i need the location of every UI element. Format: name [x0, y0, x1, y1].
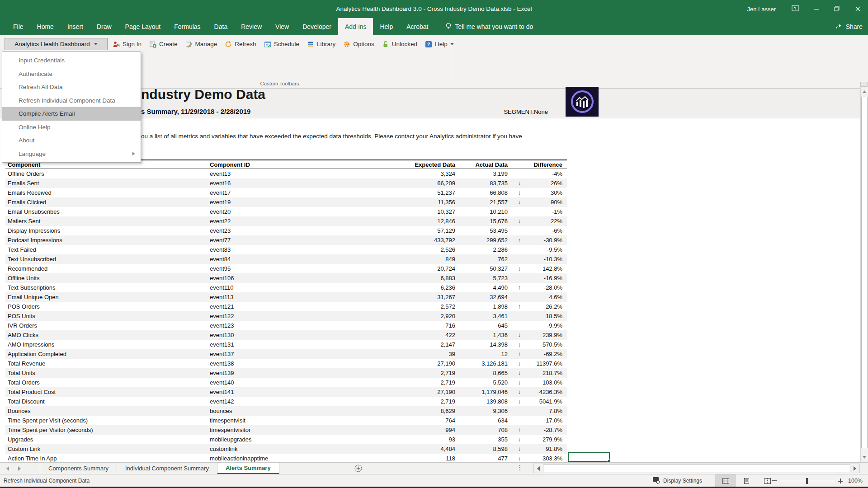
display-settings-button[interactable]: Display Settings	[652, 474, 702, 487]
scroll-down-icon[interactable]	[863, 456, 866, 459]
horizontal-scrollbar-thumb[interactable]	[543, 465, 850, 472]
cell-difference[interactable]: 7.8%	[529, 408, 567, 414]
cell-component[interactable]: Offline Units	[5, 275, 208, 282]
cell-expected-data[interactable]: 51,237	[336, 189, 458, 196]
cell-difference[interactable]: 26%	[529, 180, 567, 187]
cell-difference[interactable]: 279.9%	[529, 436, 567, 443]
cell-actual-data[interactable]: 14,398	[458, 341, 510, 348]
cell-actual-data[interactable]: 355	[458, 436, 510, 443]
cell-expected-data[interactable]: 3,324	[336, 170, 458, 177]
cell-actual-data[interactable]: 4,490	[458, 284, 510, 291]
cell-difference[interactable]: 5041.9%	[529, 398, 567, 405]
ribbon-display-options-button[interactable]	[785, 0, 806, 18]
cell-actual-data[interactable]: 10,210	[458, 208, 510, 215]
analytics-health-dashboard-dropdown[interactable]: Analytics Health Dashboard	[5, 38, 108, 50]
cell-expected-data[interactable]: 10,327	[336, 208, 458, 215]
cell-component[interactable]: Offline Orders	[5, 170, 208, 177]
cell-component-id[interactable]: event123	[208, 322, 336, 329]
vertical-scrollbar[interactable]	[860, 87, 868, 462]
new-sheet-button[interactable]	[354, 465, 362, 474]
cell-component-id[interactable]: customlink	[208, 446, 336, 452]
cell-expected-data[interactable]: 27,190	[336, 360, 458, 367]
cell-actual-data[interactable]: 8,665	[458, 370, 510, 376]
cell-actual-data[interactable]: 53,495	[458, 227, 510, 234]
cell-component[interactable]: POS Units	[5, 313, 208, 319]
cell-actual-data[interactable]: 477	[458, 455, 510, 462]
cell-expected-data[interactable]: 11,356	[336, 199, 458, 206]
cell-difference[interactable]: 239.9%	[529, 332, 567, 338]
cell-expected-data[interactable]: 8,629	[336, 408, 458, 414]
cell-expected-data[interactable]: 433,792	[336, 237, 458, 244]
cell-actual-data[interactable]: 634	[458, 417, 510, 424]
cell-actual-data[interactable]: 3,126,181	[458, 360, 510, 367]
cell-expected-data[interactable]: 31,267	[336, 294, 458, 300]
unlocked-button[interactable]: Unlocked	[382, 41, 417, 48]
cell-component[interactable]: Recommended	[5, 265, 208, 272]
tell-me-box[interactable]: Tell me what you want to do	[445, 18, 533, 35]
menu-item-about[interactable]: About	[2, 134, 141, 147]
cell-component-id[interactable]: event121	[208, 303, 336, 310]
cell-component[interactable]: Text Subscriptions	[5, 284, 208, 291]
cell-component-id[interactable]: event130	[208, 332, 336, 338]
cell-component[interactable]: Display Impressions	[5, 227, 208, 234]
menu-item-language[interactable]: Language	[2, 147, 141, 161]
cell-actual-data[interactable]: 3,199	[458, 170, 510, 177]
cell-component[interactable]: Podcast Impressions	[5, 237, 208, 244]
ribbon-tab-insert[interactable]: Insert	[61, 18, 90, 35]
cell-difference[interactable]: 90%	[529, 199, 567, 206]
share-button[interactable]: Share	[835, 18, 863, 35]
scroll-right-icon[interactable]	[850, 464, 859, 473]
cell-difference[interactable]: -30.9%	[529, 237, 567, 244]
cell-actual-data[interactable]: 708	[458, 427, 510, 433]
manage-button[interactable]: Manage	[185, 41, 217, 48]
cell-difference[interactable]: 18.5%	[529, 313, 567, 319]
cell-actual-data[interactable]: 50,327	[458, 265, 510, 272]
scroll-left-icon[interactable]	[534, 464, 543, 473]
cell-expected-data[interactable]: 994	[336, 427, 458, 433]
cell-component-id[interactable]: event19	[208, 199, 336, 206]
cell-component-id[interactable]: event22	[208, 218, 336, 225]
cell-difference[interactable]: 22%	[529, 218, 567, 225]
cell-actual-data[interactable]: 762	[458, 256, 510, 263]
cell-expected-data[interactable]: 764	[336, 417, 458, 424]
menu-item-compile-alerts-email[interactable]: Compile Alerts Email	[2, 107, 141, 121]
sheet-tab-individual-component-summary[interactable]: Individual Component Summary	[117, 463, 217, 474]
menu-item-authenticate[interactable]: Authenticate	[2, 67, 141, 81]
ribbon-tab-file[interactable]: File	[6, 18, 30, 35]
zoom-slider-thumb[interactable]	[806, 478, 808, 484]
cell-component-id[interactable]: mobileupgrades	[208, 436, 336, 443]
cell-actual-data[interactable]: 15,676	[458, 218, 510, 225]
selected-cell[interactable]	[568, 452, 610, 462]
cell-component-id[interactable]: event110	[208, 284, 336, 291]
cell-component[interactable]: IVR Orders	[5, 322, 208, 329]
sheet-nav-left-icon[interactable]	[6, 466, 9, 471]
cell-component[interactable]: Email Unique Open	[5, 294, 208, 300]
library-button[interactable]: Library	[307, 41, 335, 48]
cell-difference[interactable]: 4.6%	[529, 294, 567, 300]
scroll-up-icon[interactable]	[863, 90, 866, 93]
cell-component[interactable]: Email Unsubscribes	[5, 208, 208, 215]
cell-component[interactable]: AMO Clicks	[5, 332, 208, 338]
cell-actual-data[interactable]: 12	[458, 351, 510, 357]
cell-difference[interactable]: 11397.6%	[529, 360, 567, 367]
menu-item-input-credentials[interactable]: Input Credentials	[2, 54, 141, 67]
cell-component-id[interactable]: event95	[208, 265, 336, 272]
ribbon-tab-add-ins[interactable]: Add-ins	[338, 18, 373, 35]
vertical-scrollbar-thumb[interactable]	[861, 97, 868, 448]
cell-component-id[interactable]: event17	[208, 189, 336, 196]
cell-actual-data[interactable]: 9,306	[458, 408, 510, 414]
cell-actual-data[interactable]: 83,735	[458, 180, 510, 187]
scrollbar-split-handle[interactable]	[860, 82, 868, 87]
cell-expected-data[interactable]: 20,724	[336, 265, 458, 272]
cell-expected-data[interactable]: 716	[336, 322, 458, 329]
minimize-button[interactable]	[806, 0, 826, 18]
cell-difference[interactable]: 570.5%	[529, 341, 567, 348]
cell-expected-data[interactable]: 2,920	[336, 313, 458, 319]
cell-expected-data[interactable]: 39	[336, 351, 458, 357]
cell-difference[interactable]: 303.3%	[529, 455, 567, 462]
cell-component-id[interactable]: event83	[208, 246, 336, 253]
cell-difference[interactable]: -9.9%	[529, 322, 567, 329]
cell-expected-data[interactable]: 6,883	[336, 275, 458, 282]
cell-actual-data[interactable]: 2,286	[458, 246, 510, 253]
cell-component-id[interactable]: event138	[208, 360, 336, 367]
